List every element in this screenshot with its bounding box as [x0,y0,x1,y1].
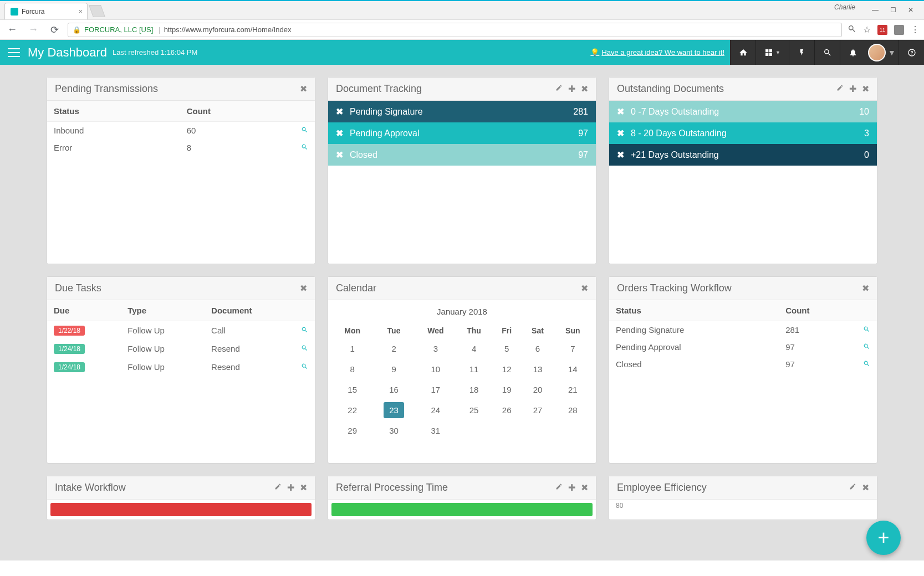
date-badge: 1/24/18 [54,344,85,354]
tab-title: Forcura [22,8,44,16]
cal-day[interactable]: 18 [456,379,492,400]
search-icon[interactable] [856,338,877,356]
cal-day[interactable]: 27 [521,400,554,420]
close-icon[interactable]: ✖ [617,106,624,117]
search-button[interactable] [814,40,840,65]
add-icon[interactable]: ✚ [568,84,575,94]
status-bar[interactable]: ✖ +21 Days Outstanding 0 [609,144,877,166]
edit-icon[interactable] [836,84,844,94]
cal-day[interactable]: 9 [372,359,415,379]
cal-day[interactable]: 21 [554,379,591,400]
close-icon[interactable]: ✖ [862,84,869,94]
cal-day[interactable]: 8 [333,359,372,379]
close-icon[interactable]: ✖ [336,150,343,160]
cal-day[interactable]: 15 [333,379,372,400]
edit-icon[interactable] [849,482,856,493]
search-icon[interactable] [294,122,315,140]
cal-day[interactable]: 26 [492,400,521,420]
widget-intake-workflow: Intake Workflow ✚ ✖ [47,476,315,520]
extension-icon[interactable]: 11 [877,25,887,35]
back-button[interactable]: ← [4,24,20,35]
notifications-button[interactable] [840,40,865,65]
edit-icon[interactable] [274,482,282,493]
close-icon[interactable]: ✖ [862,482,869,493]
url-input[interactable]: 🔒 FORCURA, LLC [US] | https://www.myforc… [68,23,842,37]
col-due: Due [47,300,121,321]
zoom-icon[interactable] [848,24,856,35]
close-icon[interactable]: ✖ [300,84,307,94]
cal-day[interactable]: 30 [372,420,415,441]
cal-day[interactable]: 19 [492,379,521,400]
cal-day[interactable]: 25 [456,400,492,420]
status-bar[interactable]: ✖ Pending Approval 97 [328,122,596,144]
search-icon[interactable] [294,139,315,156]
cal-day[interactable]: 3 [416,338,456,359]
browser-tab[interactable]: Forcura × [4,3,88,19]
cal-day[interactable]: 11 [456,359,492,379]
add-icon[interactable]: ✚ [849,84,856,94]
cal-day[interactable]: 22 [333,400,372,420]
cal-day[interactable]: 2 [372,338,415,359]
cal-day[interactable]: 31 [416,420,456,441]
search-icon[interactable] [294,321,315,340]
home-button[interactable] [730,40,755,65]
close-icon[interactable]: ✖ [336,106,343,117]
add-icon[interactable]: ✚ [287,482,294,493]
status-bar[interactable]: ✖ Pending Signature 281 [328,101,596,122]
edit-icon[interactable] [555,482,563,493]
bookmark-icon[interactable]: ☆ [863,24,871,35]
reload-button[interactable]: ⟳ [47,24,62,36]
new-tab-button[interactable] [89,5,105,17]
cell-count: 97 [779,338,856,356]
close-icon[interactable]: ✖ [336,128,343,138]
search-icon[interactable] [294,340,315,358]
forward-button[interactable]: → [25,24,41,35]
cal-day[interactable]: 13 [521,359,554,379]
cal-day[interactable]: 5 [492,338,521,359]
close-tab-icon[interactable]: × [78,7,83,16]
close-icon[interactable]: ✖ [581,482,588,493]
cal-day[interactable]: 6 [521,338,554,359]
user-menu[interactable]: ▼ [865,40,899,65]
close-icon[interactable]: ✖ [581,283,588,294]
status-bar[interactable]: ✖ 8 - 20 Days Outstanding 3 [609,122,877,144]
cal-day[interactable]: 10 [416,359,456,379]
cal-day[interactable]: 28 [554,400,591,420]
cal-day[interactable]: 17 [416,379,456,400]
window-maximize-icon[interactable]: ☐ [884,3,902,17]
help-button[interactable] [899,40,924,65]
cal-day[interactable]: 23 [372,400,415,420]
cal-day[interactable]: 16 [372,379,415,400]
close-icon[interactable]: ✖ [300,283,307,294]
cal-day[interactable]: 12 [492,359,521,379]
fab-add-button[interactable]: + [866,521,901,555]
idea-link[interactable]: 💡 Have a great idea? We want to hear it! [590,48,730,56]
close-icon[interactable]: ✖ [617,150,624,160]
close-icon[interactable]: ✖ [862,283,869,294]
status-bar[interactable]: ✖ 0 -7 Days Outstanding 10 [609,101,877,122]
cal-day[interactable]: 29 [333,420,372,441]
close-icon[interactable]: ✖ [581,84,588,94]
cal-day[interactable]: 4 [456,338,492,359]
cal-day[interactable]: 1 [333,338,372,359]
lightning-button[interactable] [789,40,814,65]
cal-day[interactable]: 20 [521,379,554,400]
menu-icon[interactable]: ⋮ [911,24,920,35]
search-icon[interactable] [856,321,877,339]
lightbulb-icon: 💡 [590,48,599,56]
window-close-icon[interactable]: ✕ [902,3,920,17]
edit-icon[interactable] [555,84,563,94]
close-icon[interactable]: ✖ [617,128,624,138]
cal-day[interactable]: 24 [416,400,456,420]
grid-menu-button[interactable]: ▼ [755,40,789,65]
cal-day[interactable]: 7 [554,338,591,359]
extension2-icon[interactable] [894,25,904,35]
cal-day[interactable]: 14 [554,359,591,379]
close-icon[interactable]: ✖ [300,482,307,493]
menu-toggle-icon[interactable] [8,48,20,57]
search-icon[interactable] [294,358,315,376]
add-icon[interactable]: ✚ [568,482,575,493]
window-minimize-icon[interactable]: — [866,3,884,17]
status-bar[interactable]: ✖ Closed 97 [328,144,596,166]
search-icon[interactable] [856,356,877,373]
